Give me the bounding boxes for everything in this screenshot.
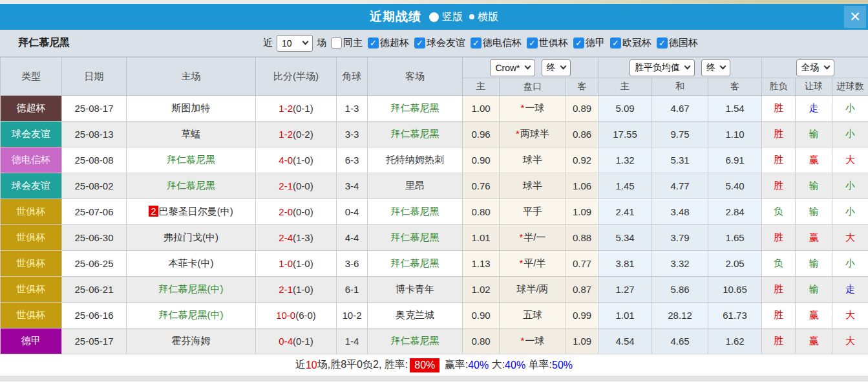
- match-date-cell: 25-06-21: [62, 277, 127, 303]
- avg-lose-odds-cell: 1.62: [708, 329, 762, 354]
- avg-win-odds-cell: 2.41: [598, 199, 652, 225]
- league-5-checkbox[interactable]: ✓: [610, 38, 621, 48]
- asian-away-odds-cell: 0.88: [566, 225, 598, 251]
- avg-draw-odds-cell: 3.32: [652, 251, 708, 277]
- corners-cell: 3-6: [337, 251, 368, 277]
- avg-lose-odds-cell: 2.05: [708, 251, 762, 277]
- avg-draw-odds-cell: 28.12: [652, 303, 708, 329]
- result-cell: 胜: [762, 173, 796, 199]
- result-cell: 胜: [762, 225, 796, 251]
- chevron-down-icon: [302, 39, 309, 45]
- away-team-cell: 奥克兰城: [368, 303, 463, 329]
- corners-cell: 4-4: [337, 225, 368, 251]
- asian-home-odds-cell: 0.80: [463, 329, 500, 354]
- league-1-checkbox[interactable]: ✓: [414, 38, 425, 48]
- score-cell: 1-2(0-1): [256, 96, 337, 122]
- chevron-down-icon: [720, 63, 726, 70]
- handicap-result-cell: 输: [796, 173, 832, 199]
- match-date-cell: 25-05-17: [62, 329, 127, 354]
- same-home-checkbox[interactable]: [331, 38, 342, 48]
- table-row: 世俱杯25-06-30弗拉门戈(中)2-4(1-3)4-4拜仁慕尼黑1.01*半…: [1, 225, 868, 251]
- avg-draw-odds-cell: 5.86: [652, 277, 708, 303]
- chevron-down-icon: [524, 63, 531, 70]
- radio-unselected-icon: [469, 14, 474, 19]
- avg-lose-odds-cell: 5.40: [708, 173, 762, 199]
- table-row: 德电信杯25-08-08拜仁慕尼黑4-0(1-0)6-3托特纳姆热刺0.90球半…: [1, 147, 868, 173]
- away-team-cell: 拜仁慕尼黑: [368, 96, 463, 122]
- result-cell: 胜: [762, 147, 796, 173]
- asian-away-odds-cell: 0.99: [566, 303, 598, 329]
- asian-home-odds-cell: 0.76: [463, 173, 500, 199]
- handicap-result-cell: 赢: [796, 225, 832, 251]
- avg-odds-select[interactable]: 胜平负均值: [630, 59, 695, 76]
- result-cell: 胜: [762, 277, 796, 303]
- league-2-checkbox[interactable]: ✓: [471, 38, 482, 48]
- summary-segment: 大:: [489, 358, 505, 372]
- avg-draw-odds-cell: 3.79: [652, 225, 708, 251]
- close-button[interactable]: ✕: [844, 6, 866, 28]
- handicap-line-cell: *半/一: [500, 225, 566, 251]
- league-type-cell: 德超杯: [1, 96, 62, 122]
- away-team-cell: 托特纳姆热刺: [368, 147, 463, 173]
- handicap-line-cell: *平/半: [500, 251, 566, 277]
- match-date-cell: 25-06-16: [62, 303, 127, 329]
- table-row: 世俱杯25-06-25本菲卡(中)1-0(1-0)3-6拜仁慕尼黑1.13*平/…: [1, 251, 868, 277]
- summary-bar: 近10场,胜8平0负2, 胜率:80% 赢率:40% 大:40% 单率:50%: [0, 354, 868, 376]
- radio-vertical-layout[interactable]: 竖版: [429, 10, 463, 24]
- avg-odds-group-header: 胜平负均值 终: [598, 58, 762, 78]
- chevron-down-icon: [560, 63, 566, 70]
- handicap-result-cell: 赢: [796, 329, 832, 354]
- avg-final-select[interactable]: 终: [701, 59, 730, 76]
- league-type-cell: 世俱杯: [1, 251, 62, 277]
- league-1-label: 球会友谊: [427, 37, 465, 49]
- match-date-cell: 25-07-06: [62, 199, 127, 225]
- table-row: 德超杯25-08-17斯图加特1-2(0-1)1-3拜仁慕尼黑1.00*一球0.…: [1, 96, 868, 122]
- table-row: 球会友谊25-08-02拜仁慕尼黑2-1(0-0)3-4里昂0.76球半1.06…: [1, 173, 868, 199]
- score-cell: 1-2(0-2): [256, 122, 337, 147]
- score-cell: 4-0(1-0): [256, 147, 337, 173]
- result-cell: 负: [762, 199, 796, 225]
- radio-horizontal-layout[interactable]: 横版: [469, 10, 498, 24]
- summary-segment: 场,胜8平0负2, 胜率:: [317, 358, 408, 372]
- corners-cell: 1-3: [337, 96, 368, 122]
- avg-lose-odds-cell: 1.10: [708, 122, 762, 147]
- sub-header-handicap: 盘口: [500, 78, 566, 96]
- avg-lose-odds-cell: 1.65: [708, 225, 762, 251]
- handicap-line-cell: *一球: [500, 329, 566, 354]
- asian-away-odds-cell: 0.87: [566, 277, 598, 303]
- league-0-checkbox[interactable]: ✓: [368, 38, 379, 48]
- league-5-label: 欧冠杯: [622, 37, 651, 49]
- close-icon: ✕: [849, 9, 861, 25]
- radio-vertical-label: 竖版: [442, 10, 463, 24]
- league-type-cell: 世俱杯: [1, 199, 62, 225]
- asian-home-odds-cell: 1.02: [463, 277, 500, 303]
- avg-draw-odds-cell: 4.67: [652, 96, 708, 122]
- score-cell: 0-4(0-1): [256, 329, 337, 354]
- league-3-checkbox[interactable]: ✓: [527, 38, 538, 48]
- home-team-cell: 草蜢: [127, 122, 256, 147]
- table-row: 德甲25-05-17霍芬海姆0-4(0-1)1-4拜仁慕尼黑0.80*一球1.0…: [1, 329, 868, 354]
- match-date-cell: 25-08-17: [62, 96, 127, 122]
- summary-segment: 80%: [410, 358, 439, 372]
- away-team-cell: 拜仁慕尼黑: [368, 122, 463, 147]
- corners-cell: 3-3: [337, 122, 368, 147]
- corners-cell: 10-2: [337, 303, 368, 329]
- league-type-cell: 德甲: [1, 329, 62, 354]
- radio-selected-icon: [429, 12, 439, 22]
- col-header-type: 类型: [1, 58, 62, 96]
- asian-final-select[interactable]: 终: [542, 59, 571, 76]
- home-team-cell: 霍芬海姆: [127, 329, 256, 354]
- period-select[interactable]: 全场: [796, 59, 834, 76]
- handicap-result-cell: 走: [796, 96, 832, 122]
- match-count-select[interactable]: 10: [277, 35, 313, 52]
- layout-radio-group: 竖版 横版: [423, 10, 498, 24]
- league-4-checkbox[interactable]: ✓: [573, 38, 584, 48]
- result-cell: 胜: [762, 122, 796, 147]
- handicap-line-cell: 球半/两: [500, 277, 566, 303]
- home-team-cell: 本菲卡(中): [127, 251, 256, 277]
- asian-away-odds-cell: 1.09: [566, 199, 598, 225]
- col-header-score: 比分(半场): [256, 58, 337, 96]
- goals-cell: 小: [832, 199, 868, 225]
- bookmaker-select[interactable]: Crow*: [490, 59, 535, 76]
- league-6-checkbox[interactable]: ✓: [657, 38, 668, 48]
